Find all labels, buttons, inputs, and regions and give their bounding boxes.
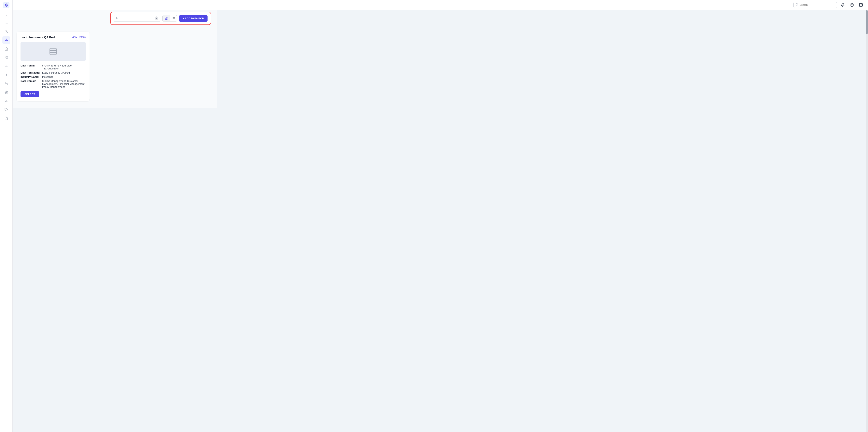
industry-name-label: Industry Name: <box>21 75 40 78</box>
main-content: c7e4444e-df7 <box>12 10 217 108</box>
sidebar-item-user[interactable] <box>2 28 10 35</box>
pod-card: Lucid Insurance QA Pod View Details Data… <box>17 32 90 101</box>
data-domain-value: Claims Management, Customer Management, … <box>42 80 86 88</box>
sidebar-item-list[interactable] <box>2 19 10 27</box>
industry-name-value: Insurance <box>42 75 86 78</box>
data-pod-name-label: Data Pod Name: <box>21 71 40 74</box>
svg-rect-23 <box>6 56 7 57</box>
filter-input[interactable]: c7e4444e-df7 <box>120 17 154 20</box>
clear-filter-button[interactable] <box>155 17 158 20</box>
svg-point-14 <box>6 30 7 31</box>
svg-point-33 <box>5 92 7 93</box>
data-domain-label: Data Domain <box>21 80 40 88</box>
card-title: Lucid Insurance QA Pod <box>21 35 55 39</box>
view-details-link[interactable]: View Details <box>72 35 86 38</box>
sidebar-item-nodes[interactable] <box>2 36 10 44</box>
svg-line-21 <box>5 40 6 41</box>
sidebar <box>0 0 12 108</box>
list-view-button[interactable] <box>170 16 177 21</box>
data-pod-id-value: c7e4444e-df76-432d-bfbe-78a79dbe2b04 <box>42 64 86 70</box>
back-button[interactable] <box>3 11 10 18</box>
svg-rect-24 <box>6 58 7 59</box>
data-pod-name-value: Lucid Insurance QA Pod <box>42 71 86 74</box>
cards-grid: Lucid Insurance QA Pod View Details Data… <box>17 32 213 101</box>
sidebar-item-target[interactable] <box>2 88 10 96</box>
sidebar-item-tag[interactable] <box>2 106 10 108</box>
content-area: c7e4444e-df7 <box>12 10 217 108</box>
svg-rect-43 <box>165 17 166 18</box>
svg-point-34 <box>6 92 6 93</box>
svg-rect-46 <box>165 19 166 20</box>
data-pod-id-label: Data Pod Id: <box>21 64 40 70</box>
sidebar-item-arrows[interactable] <box>2 62 10 70</box>
grid-view-button[interactable] <box>162 16 170 21</box>
svg-rect-45 <box>166 19 167 20</box>
card-details: Data Pod Id: c7e4444e-df76-432d-bfbe-78a… <box>21 64 86 88</box>
card-header: Lucid Insurance QA Pod View Details <box>21 35 86 39</box>
sidebar-item-network[interactable] <box>2 71 10 79</box>
add-data-pod-button[interactable]: + ADD DATA POD <box>179 15 208 22</box>
svg-line-40 <box>118 19 119 19</box>
filter-search-box[interactable]: c7e4444e-df7 <box>114 15 160 22</box>
sidebar-item-chart[interactable] <box>2 97 10 105</box>
svg-rect-22 <box>5 56 6 57</box>
svg-line-20 <box>6 40 7 41</box>
card-image-placeholder <box>21 42 86 61</box>
svg-rect-44 <box>166 17 167 18</box>
top-header <box>0 0 217 10</box>
select-button[interactable]: SELECT <box>21 91 39 97</box>
svg-rect-7 <box>5 4 7 6</box>
view-toggle <box>162 15 177 22</box>
toolbar-highlight-box: c7e4444e-df7 <box>110 12 211 25</box>
sidebar-item-transform[interactable] <box>2 54 10 62</box>
app-logo <box>3 2 10 9</box>
sidebar-item-home[interactable] <box>2 45 10 53</box>
sidebar-item-flow[interactable] <box>2 80 10 88</box>
svg-rect-53 <box>50 48 56 55</box>
svg-rect-25 <box>5 58 6 59</box>
filter-search-icon <box>116 17 119 20</box>
